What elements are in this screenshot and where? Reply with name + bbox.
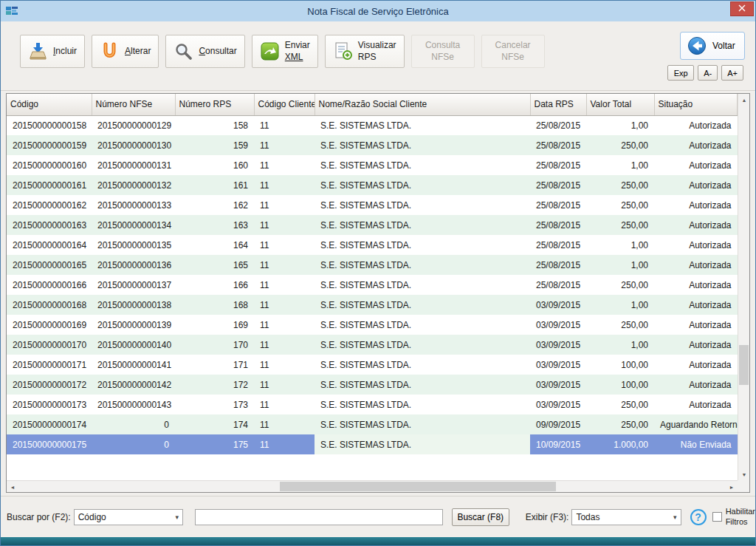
cell-situacao: Autorizada [654, 275, 738, 295]
cell-numero-rps: 172 [175, 375, 254, 395]
horizontal-scrollbar[interactable]: ◄ ► [7, 480, 738, 492]
cell-numero-rps: 159 [175, 135, 254, 155]
cell-numero-nfse: 201500000000143 [92, 395, 175, 414]
consultar-button[interactable]: Consultar [165, 35, 244, 68]
table-row[interactable]: 201500000000166 201500000000137 166 11 S… [7, 275, 738, 295]
visualizar-rps-button[interactable]: VisualizarRPS [325, 35, 405, 68]
vertical-scrollbar[interactable]: ▲ ▼ [738, 94, 749, 480]
scroll-right-icon[interactable]: ► [726, 481, 738, 493]
cell-situacao: Autorizada [654, 195, 738, 215]
cell-codigo-cliente: 11 [254, 335, 315, 355]
cell-nome: S.E. SISTEMAS LTDA. [315, 135, 530, 155]
cell-situacao: Autorizada [654, 395, 738, 414]
grid-header-row: Código Número NFSe Número RPS Código Cli… [7, 94, 738, 115]
cell-codigo-cliente: 11 [254, 215, 315, 235]
font-decrease-button[interactable]: A- [698, 65, 718, 81]
window-title: Nota Fiscal de Serviço Eletrônica [1, 6, 755, 17]
cell-nome: S.E. SISTEMAS LTDA. [315, 115, 530, 135]
table-row[interactable]: 201500000000163 201500000000134 163 11 S… [7, 215, 738, 235]
incluir-label: Incluir [53, 46, 77, 58]
voltar-button[interactable]: Voltar [680, 32, 745, 60]
table-row[interactable]: 201500000000171 201500000000141 171 11 S… [7, 355, 738, 375]
cell-numero-rps: 165 [175, 255, 254, 275]
column-header-valor-total[interactable]: Valor Total [586, 94, 654, 115]
cell-valor-total: 1,00 [586, 255, 654, 275]
scroll-left-icon[interactable]: ◄ [7, 481, 18, 493]
font-increase-button[interactable]: A+ [721, 65, 743, 81]
bottom-strip [1, 537, 755, 545]
enviar-line2: XML [285, 52, 303, 62]
cell-data-rps: 03/09/2015 [530, 395, 586, 414]
buscar-por-label: Buscar por (F2): [7, 512, 71, 522]
buscar-button[interactable]: Buscar (F8) [452, 508, 509, 526]
column-header-numero-nfse[interactable]: Número NFSe [92, 94, 175, 115]
cell-numero-rps: 166 [175, 275, 254, 295]
cell-codigo-cliente: 11 [254, 275, 315, 295]
cell-valor-total: 250,00 [586, 315, 654, 335]
cell-numero-nfse: 201500000000132 [92, 175, 175, 195]
table-row[interactable]: 201500000000160 201500000000131 160 11 S… [7, 155, 738, 175]
exibir-select[interactable]: Todas ▾ [571, 509, 681, 525]
cell-numero-rps: 161 [175, 175, 254, 195]
app-window: Nota Fiscal de Serviço Eletrônica [0, 0, 756, 546]
cell-numero-rps: 169 [175, 315, 254, 335]
cell-codigo: 201500000000164 [7, 235, 92, 255]
table-row[interactable]: 201500000000169 201500000000139 169 11 S… [7, 315, 738, 335]
cell-data-rps: 25/08/2015 [530, 235, 586, 255]
vertical-scroll-thumb[interactable] [739, 345, 749, 385]
cell-situacao: Autorizada [654, 115, 738, 135]
cell-codigo: 201500000000171 [7, 355, 92, 375]
enviar-xml-label: EnviarXML [285, 40, 310, 63]
buscar-por-select[interactable]: Código ▾ [74, 509, 183, 525]
table-row[interactable]: 201500000000170 201500000000140 170 11 S… [7, 335, 738, 355]
help-icon[interactable]: ? [690, 509, 707, 525]
habilitar-filtros-checkbox[interactable]: Habilitar Filtros [712, 507, 755, 528]
table-row[interactable]: 201500000000168 201500000000138 168 11 S… [7, 295, 738, 315]
checkbox-box[interactable] [712, 512, 722, 522]
table-row[interactable]: 201500000000174 0 174 11 S.E. SISTEMAS L… [7, 414, 738, 434]
cell-codigo-cliente: 11 [254, 355, 315, 375]
cell-data-rps: 03/09/2015 [530, 295, 586, 315]
scroll-up-icon[interactable]: ▲ [738, 94, 750, 106]
enviar-xml-button[interactable]: EnviarXML [252, 35, 318, 68]
cell-valor-total: 1,00 [586, 335, 654, 355]
cell-numero-rps: 163 [175, 215, 254, 235]
cell-codigo: 201500000000170 [7, 335, 92, 355]
column-header-numero-rps[interactable]: Número RPS [175, 94, 254, 115]
column-header-codigo-cliente[interactable]: Código Cliente [254, 94, 315, 115]
table-row[interactable]: 201500000000175 0 175 11 S.E. SISTEMAS L… [7, 434, 738, 454]
scroll-down-icon[interactable]: ▼ [738, 468, 750, 480]
cell-numero-rps: 170 [175, 335, 254, 355]
table-row[interactable]: 201500000000173 201500000000143 173 11 S… [7, 395, 738, 414]
cell-codigo-cliente: 11 [254, 135, 315, 155]
column-header-situacao[interactable]: Situação [654, 94, 738, 115]
table-row[interactable]: 201500000000165 201500000000136 165 11 S… [7, 255, 738, 275]
alterar-button[interactable]: Alterar [92, 35, 159, 68]
consulta-nfse-button[interactable]: ConsultaNFSe [411, 35, 475, 68]
column-header-nome[interactable]: Nome/Razão Social Cliente [315, 94, 530, 115]
cell-codigo-cliente: 11 [254, 155, 315, 175]
table-row[interactable]: 201500000000162 201500000000133 162 11 S… [7, 195, 738, 215]
search-input[interactable] [195, 509, 443, 525]
column-header-data-rps[interactable]: Data RPS [530, 94, 586, 115]
cell-data-rps: 25/08/2015 [530, 155, 586, 175]
cell-codigo-cliente: 11 [254, 255, 315, 275]
horizontal-scroll-thumb[interactable] [280, 482, 556, 491]
column-header-codigo[interactable]: Código [7, 94, 92, 115]
vertical-scroll-track[interactable] [738, 106, 749, 468]
table-row[interactable]: 201500000000159 201500000000130 159 11 S… [7, 135, 738, 155]
voltar-label: Voltar [712, 41, 735, 51]
exportar-button[interactable]: Exp [667, 65, 694, 81]
cell-codigo: 201500000000163 [7, 215, 92, 235]
table-row[interactable]: 201500000000172 201500000000142 172 11 S… [7, 375, 738, 395]
incluir-icon [28, 41, 48, 61]
table-row[interactable]: 201500000000164 201500000000135 164 11 S… [7, 235, 738, 255]
close-button[interactable] [730, 1, 754, 16]
cell-situacao: Autorizada [654, 215, 738, 235]
cancelar-nfse-button[interactable]: CancelarNFSe [481, 35, 545, 68]
incluir-button[interactable]: Incluir [20, 35, 85, 68]
table-row[interactable]: 201500000000161 201500000000132 161 11 S… [7, 175, 738, 195]
horizontal-scroll-track[interactable] [18, 481, 726, 492]
cell-codigo-cliente: 11 [254, 235, 315, 255]
table-row[interactable]: 201500000000158 201500000000129 158 11 S… [7, 115, 738, 135]
